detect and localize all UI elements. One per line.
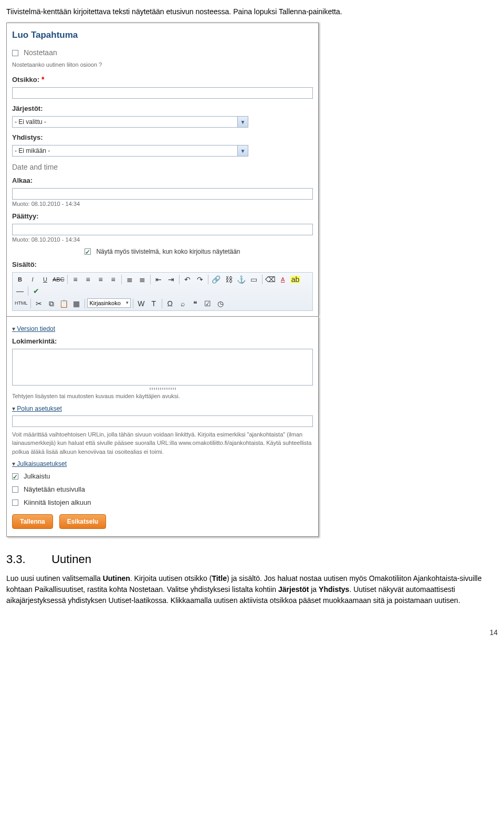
etusivu-label: Näytetään etusivulla [24, 485, 85, 493]
yhdistys-select[interactable]: - Ei mikään - ▼ [12, 145, 248, 157]
loki-hint: Tehtyjen lisäysten tai muutosten kuvaus … [12, 392, 313, 401]
chevron-down-icon: ▼ [237, 145, 248, 156]
jarjestot-select[interactable]: - Ei valittu - ▼ [12, 116, 248, 128]
page-number: 14 [6, 627, 498, 638]
checkbox-button[interactable]: ☑ [202, 298, 214, 309]
undo-button[interactable]: ↶ [182, 274, 193, 285]
quote-button[interactable]: ❝ [190, 298, 201, 309]
underline-button[interactable]: U [39, 274, 51, 285]
special-char-button[interactable]: Ω [164, 298, 176, 309]
tiivistelma-chk-label: Näytä myös tiivistelmä, kun koko kirjoit… [96, 248, 240, 255]
hr-button[interactable]: — [14, 286, 26, 296]
panel-title: Luo Tapahtuma [12, 28, 313, 42]
find-button[interactable]: ⌕ [177, 298, 188, 309]
julkaistu-label: Julkaistu [24, 472, 50, 480]
outdent-button[interactable]: ⇤ [153, 274, 164, 285]
nostetaan-hint: Nostetaanko uutinen liiton osioon ? [12, 60, 313, 69]
kiinnita-label: Kiinnitä listojen alkuun [24, 498, 91, 506]
ol-button[interactable]: ≣ [136, 274, 148, 285]
loki-label: Lokimerkintä: [12, 337, 57, 345]
clear-format-button[interactable]: ⌫ [265, 274, 276, 285]
paattyy-label: Päättyy: [12, 212, 39, 220]
paattyy-input[interactable] [12, 224, 313, 235]
align-justify-button[interactable]: ≡ [108, 274, 119, 285]
julkaisu-toggle[interactable]: Julkaisuasetukset [12, 459, 313, 469]
chevron-down-icon: ▼ [237, 117, 248, 127]
polku-toggle[interactable]: Polun asetukset [12, 404, 313, 413]
paste-word-button[interactable]: W [135, 298, 147, 309]
link-button[interactable]: 🔗 [211, 274, 222, 285]
paste-plain-button[interactable]: T [148, 298, 160, 309]
alkaa-input[interactable] [12, 188, 313, 200]
create-event-panel-bottom: Version tiedot Lokimerkintä: Tehtyjen li… [6, 316, 319, 537]
julkaistu-checkbox[interactable] [12, 473, 18, 480]
italic-button[interactable]: I [27, 274, 38, 285]
strike-button[interactable]: ABC [52, 274, 65, 285]
jarjestot-label: Järjestöt: [12, 105, 43, 112]
section-title: Uutinen [51, 553, 91, 566]
cut-button[interactable]: ✂ [33, 298, 45, 309]
required-marker: * [41, 75, 44, 84]
yhdistys-label: Yhdistys: [12, 133, 43, 141]
paattyy-muoto: Muoto: 08.10.2010 - 14:34 [12, 235, 313, 244]
save-button[interactable]: Tallenna [12, 514, 53, 529]
copy-button[interactable]: ⧉ [46, 298, 57, 309]
ul-button[interactable]: ≣ [124, 274, 135, 285]
section-body: Luo uusi uutinen valitsemalla Uutinen. K… [6, 573, 498, 606]
table-button[interactable]: ▦ [71, 298, 82, 309]
alkaa-label: Alkaa: [12, 176, 33, 184]
intro-text: Tiivistelmä-kenttään kirjoitettava tekst… [6, 6, 498, 17]
tiivistelma-checkbox[interactable] [85, 248, 91, 255]
polku-hint: Voit määrittää vaihtoehtoisen URLin, jol… [12, 430, 313, 456]
otsikko-input[interactable] [12, 87, 313, 99]
anchor-button[interactable]: ⚓ [236, 274, 247, 285]
section-heading: 3.3. Uutinen [6, 550, 498, 568]
loki-textarea[interactable] [12, 349, 313, 386]
indent-button[interactable]: ⇥ [165, 274, 177, 285]
preview-button[interactable]: Esikatselu [59, 514, 106, 529]
nostetaan-checkbox[interactable] [12, 50, 18, 56]
sisalto-label: Sisältö: [12, 261, 37, 268]
otsikko-label: Otsikko: [12, 76, 39, 84]
spellcheck-button[interactable]: ✔ [30, 286, 42, 296]
alkaa-muoto: Muoto: 08.10.2010 - 14:34 [12, 200, 313, 209]
version-toggle[interactable]: Version tiedot [12, 324, 313, 334]
image-button[interactable]: ▭ [248, 274, 260, 285]
align-center-button[interactable]: ≡ [82, 274, 94, 285]
redo-button[interactable]: ↷ [194, 274, 206, 285]
resize-grip-icon[interactable] [150, 388, 176, 390]
html-button[interactable]: HTML [14, 298, 28, 309]
unlink-button[interactable]: ⛓ [223, 274, 235, 285]
align-left-button[interactable]: ≡ [70, 274, 81, 285]
editor-toolbar: B I U ABC ≡ ≡ ≡ ≡ ≣ ≣ ⇤ ⇥ ↶ ↷ 🔗 ⛓ ⚓ ▭ ⌫ … [12, 272, 313, 311]
jarjestot-value: - Ei valittu - [15, 117, 46, 127]
fontcolor-button[interactable]: A [277, 274, 289, 285]
section-number: 3.3. [6, 550, 48, 568]
paste-button[interactable]: 📋 [58, 298, 70, 309]
time-button[interactable]: ◷ [215, 298, 226, 309]
polku-input[interactable] [12, 415, 313, 427]
etusivu-checkbox[interactable] [12, 486, 18, 493]
bold-button[interactable]: B [14, 274, 26, 285]
nostetaan-label: Nostetaan [24, 48, 57, 57]
highlight-button[interactable]: ab [290, 274, 301, 285]
yhdistys-value: - Ei mikään - [15, 146, 50, 155]
datetime-heading: Date and time [12, 162, 313, 173]
align-right-button[interactable]: ≡ [95, 274, 107, 285]
kiinnita-checkbox[interactable] [12, 500, 18, 506]
create-event-panel-top: Luo Tapahtuma Nostetaan Nostetaanko uuti… [6, 23, 319, 316]
fontsize-select[interactable]: Kirjasinkoko [87, 298, 131, 308]
